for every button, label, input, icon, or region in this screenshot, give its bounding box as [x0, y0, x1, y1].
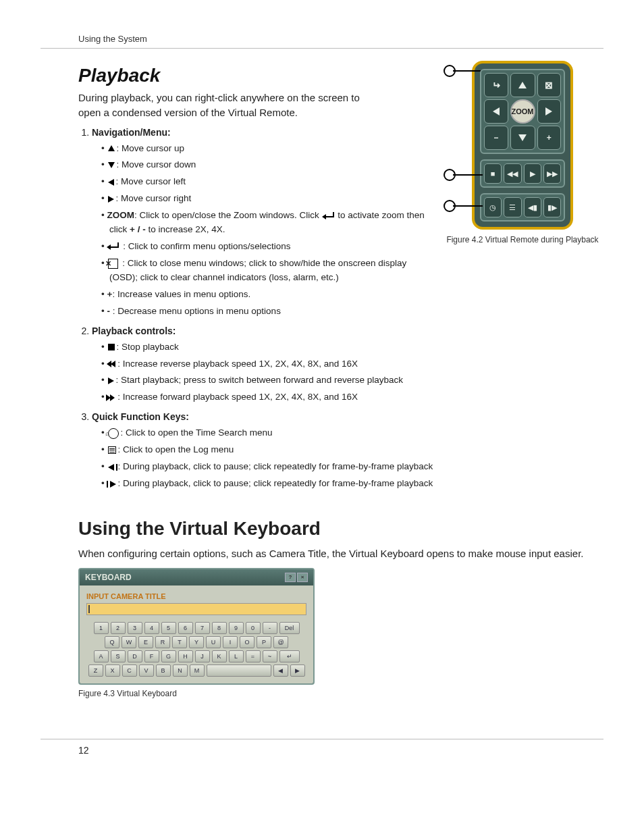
key-w[interactable]: W [122, 636, 136, 648]
remote-stop-button[interactable]: ■ [484, 163, 502, 184]
key-del[interactable]: Del [279, 622, 300, 634]
key-m[interactable]: M [190, 664, 205, 677]
fast-forward-icon [107, 394, 115, 401]
key-y[interactable]: Y [189, 636, 204, 648]
key-space[interactable] [207, 664, 271, 677]
key-q[interactable]: Q [105, 636, 119, 648]
nav-minus-item: - : Decrease menu options in menu option… [101, 305, 429, 319]
triangle-right-icon [108, 196, 114, 203]
key-=[interactable]: = [246, 650, 261, 662]
pb-rew-item: : Increase reverse playback speed 1X, 2X… [101, 357, 603, 371]
key-1[interactable]: 1 [94, 622, 109, 634]
pb-play-item: : Start playback; press to switch betwee… [101, 373, 603, 388]
playback-intro: During playback, you can right-click any… [78, 90, 375, 120]
key-b[interactable]: B [156, 664, 171, 677]
remote-enter-button[interactable]: ↵ [484, 73, 508, 97]
nav-left-item: : Move cursor left [101, 175, 429, 189]
key-s[interactable]: S [111, 650, 126, 662]
key-l[interactable]: L [229, 650, 244, 662]
remote-timesearch-button[interactable]: ◷ [484, 197, 502, 217]
key-o[interactable]: O [240, 636, 254, 648]
key-e[interactable]: E [138, 636, 153, 648]
key-z[interactable]: Z [88, 664, 103, 677]
page-number: 12 [78, 745, 603, 756]
key-v[interactable]: V [139, 664, 154, 677]
figure-4-2-caption: Figure 4.2 Virtual Remote during Playbac… [441, 235, 603, 244]
top-rule [41, 48, 603, 49]
virtual-keyboard-figure: KEYBOARD ? × INPUT CAMERA TITLE 12345678… [78, 568, 315, 698]
key-enter[interactable]: ↵ [279, 650, 300, 662]
key-i[interactable]: I [223, 636, 238, 648]
key-8[interactable]: 8 [212, 622, 227, 634]
key-arrow-right[interactable]: ▶ [290, 664, 305, 677]
key-0[interactable]: 0 [246, 622, 261, 634]
key-a[interactable]: A [94, 650, 109, 662]
remote-down-button[interactable] [510, 126, 535, 150]
keyboard-input-field[interactable] [86, 603, 306, 615]
remote-log-button[interactable]: ☰ [504, 197, 521, 217]
keyboard-help-button[interactable]: ? [285, 573, 296, 582]
key-x[interactable]: X [105, 664, 120, 677]
keyboard-close-button[interactable]: × [297, 573, 308, 582]
key-9[interactable]: 9 [229, 622, 244, 634]
key-5[interactable]: 5 [161, 622, 176, 634]
triangle-down-icon [108, 162, 115, 168]
pb-stop-item: : Stop playback [101, 340, 603, 355]
nav-close-item: ✕ : Click to close menu windows; click t… [101, 257, 429, 285]
remote-close-button[interactable]: ⊠ [537, 73, 562, 97]
key-r[interactable]: R [155, 636, 170, 648]
key-6[interactable]: 6 [178, 622, 193, 634]
qf-stepb-item: : During playback, click to pause; click… [101, 460, 603, 474]
key-4[interactable]: 4 [144, 622, 159, 634]
remote-forward-button[interactable]: ▶▶ [543, 163, 561, 184]
remote-minus-button[interactable]: − [484, 126, 508, 150]
remote-quick-row: ◷ ☰ ◀▮ ▮▶ [480, 193, 565, 221]
key--[interactable]: - [263, 622, 277, 634]
qf-log-item: : Click to open the Log menu [101, 443, 603, 457]
remote-stepfwd-button[interactable]: ▮▶ [543, 197, 561, 217]
remote-up-button[interactable] [510, 73, 535, 97]
key-arrow-left[interactable]: ◀ [273, 664, 288, 677]
key-p[interactable]: P [257, 636, 271, 648]
virtual-remote-figure: ↵ ⊠ ZOOM − + ■ ◀◀ [472, 61, 573, 230]
step-back-icon [107, 464, 117, 471]
key-g[interactable]: G [161, 650, 176, 662]
key-3[interactable]: 3 [128, 622, 142, 634]
playback-list-cont: Playback controls: : Stop playback : Inc… [78, 325, 603, 491]
nav-zoom-item: ZOOM: Click to open/close the Zoom windo… [101, 209, 429, 237]
key-@[interactable]: @ [273, 636, 288, 648]
section-virtual-keyboard-title: Using the Virtual Keyboard [78, 518, 603, 540]
pb-ffw-item: : Increase forward playback speed 1X, 2X… [101, 390, 603, 405]
remote-rewind-button[interactable]: ◀◀ [504, 163, 521, 184]
nav-down-item: : Move cursor down [101, 158, 429, 172]
qf-stepf-item: : During playback, click to pause; click… [101, 477, 603, 491]
key-u[interactable]: U [206, 636, 221, 648]
log-icon [108, 446, 116, 454]
qf-time-item: : Click to open the Time Search menu [101, 426, 603, 440]
triangle-left-icon [108, 179, 114, 186]
key-7[interactable]: 7 [195, 622, 210, 634]
key-~[interactable]: ~ [263, 650, 277, 662]
key-d[interactable]: D [128, 650, 142, 662]
remote-right-button[interactable] [537, 99, 562, 124]
remote-play-button[interactable]: ▶ [524, 163, 541, 184]
time-search-icon [108, 428, 119, 439]
nav-plus-item: +: Increase values in menu options. [101, 288, 429, 302]
nav-up-item: : Move cursor up [101, 142, 429, 156]
remote-zoom-button[interactable]: ZOOM [510, 99, 535, 124]
play-icon [108, 377, 114, 384]
key-f[interactable]: F [144, 650, 159, 662]
key-n[interactable]: N [173, 664, 188, 677]
remote-left-button[interactable] [484, 99, 508, 124]
virtual-keyboard-intro: When configuring certain options, such a… [78, 546, 603, 561]
triangle-up-icon [108, 145, 115, 151]
key-j[interactable]: J [195, 650, 210, 662]
key-h[interactable]: H [178, 650, 193, 662]
key-k[interactable]: K [212, 650, 227, 662]
remote-plus-button[interactable]: + [537, 126, 562, 150]
close-box-icon: ✕ [108, 259, 118, 269]
key-2[interactable]: 2 [111, 622, 126, 634]
key-c[interactable]: C [122, 664, 137, 677]
key-t[interactable]: T [172, 636, 187, 648]
remote-stepback-button[interactable]: ◀▮ [524, 197, 541, 217]
